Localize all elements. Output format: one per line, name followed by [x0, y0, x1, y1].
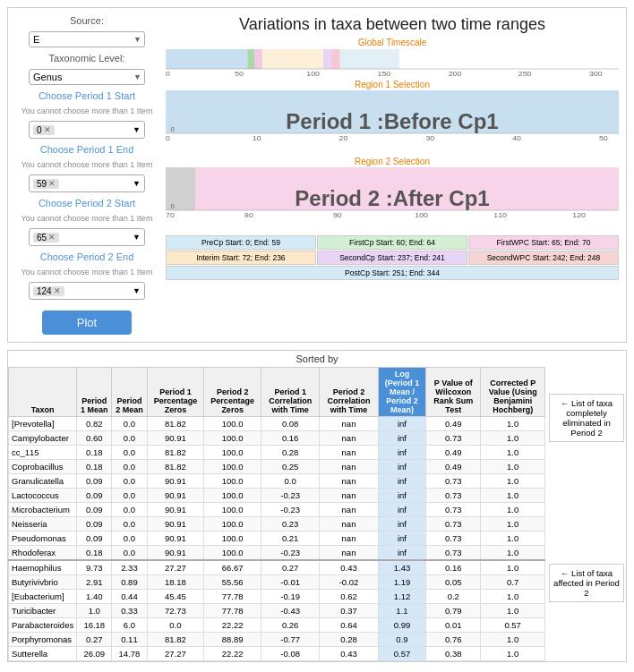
- period2-end-input[interactable]: 124 ✕ ▼: [29, 282, 145, 300]
- period2-end-label: Choose Period 2 End: [40, 251, 134, 262]
- period2-end-dropdown-arrow[interactable]: ▼: [133, 286, 141, 295]
- table-row: Rhodoferax0.180.090.91100.0-0.23naninf0.…: [9, 546, 545, 561]
- period2-end-sub: You cannot choose more than 1 Item: [21, 268, 153, 276]
- taxonomic-select[interactable]: Genus: [29, 69, 145, 85]
- period2-start-dropdown-arrow[interactable]: ▼: [133, 233, 141, 242]
- svg-text:100: 100: [306, 69, 320, 78]
- svg-text:250: 250: [518, 69, 532, 78]
- period2-end-remove[interactable]: ✕: [54, 286, 61, 295]
- svg-text:20: 20: [339, 133, 348, 142]
- region2-label: Region 2 Selection: [355, 157, 430, 166]
- svg-text:110: 110: [493, 210, 507, 219]
- svg-text:300: 300: [589, 69, 603, 78]
- table-row: Turicibacter1.00.3372.7377.78-0.430.371.…: [9, 604, 545, 618]
- table-row: Parabacteroides16.186.00.022.220.260.640…: [9, 618, 545, 633]
- svg-text:120: 120: [572, 210, 586, 219]
- period1-start-sub: You cannot choose more than 1 Item: [21, 106, 153, 115]
- period1-end-input[interactable]: 59 ✕ ▼: [29, 174, 145, 192]
- period1-end-remove[interactable]: ✕: [48, 179, 56, 188]
- legend-item-4: SecondCp Start: 237; End: 241: [317, 251, 467, 265]
- col-p1mean: Period 1 Mean: [77, 368, 112, 417]
- table-row: Coprobacillus0.180.081.82100.00.25naninf…: [9, 460, 545, 474]
- col-taxon: Taxon: [9, 368, 77, 417]
- svg-text:70: 70: [166, 210, 175, 219]
- left-controls: Source: E ▼ Taxonomic Level: Genus ▼ Cho…: [15, 15, 158, 335]
- svg-text:10: 10: [253, 133, 261, 142]
- svg-rect-2: [254, 49, 262, 69]
- right-chart: Variations in taxa between two time rang…: [166, 15, 619, 335]
- table-row: Microbacterium0.090.090.91100.0-0.23nani…: [9, 503, 545, 517]
- svg-text:0: 0: [166, 133, 170, 142]
- legend-item-1: FirstCp Start: 60; End: 64: [317, 235, 467, 250]
- table-row: cc_1150.180.081.82100.00.28naninf0.491.0: [9, 446, 545, 460]
- table-row: Campylobacter0.600.090.91100.00.16naninf…: [9, 431, 545, 446]
- period1-start-tag: 0 ✕: [33, 125, 55, 135]
- svg-rect-6: [340, 49, 399, 69]
- svg-rect-3: [262, 49, 323, 69]
- chart-title: Variations in taxa between two time rang…: [239, 15, 545, 34]
- table-row: Lactococcus0.090.090.91100.0-0.23naninf0…: [9, 489, 545, 503]
- svg-rect-1: [247, 49, 254, 69]
- period2-chart: 70 80 90 100 110 120 0 Period 2 :After C…: [166, 167, 619, 230]
- period1-end-sub: You cannot choose more than 1 Item: [21, 160, 153, 169]
- svg-text:90: 90: [333, 210, 342, 219]
- svg-text:40: 40: [512, 133, 521, 142]
- period2-start-label: Choose Period 2 Start: [39, 198, 135, 208]
- side-labels: ← List of taxa completely eliminated in …: [545, 367, 626, 661]
- svg-text:30: 30: [425, 133, 434, 142]
- period1-title: Period 1 :Before Cp1: [286, 109, 498, 134]
- table-row: Porphyromonas0.270.1181.8288.89-0.770.28…: [9, 633, 545, 647]
- svg-text:150: 150: [378, 69, 391, 78]
- source-label: Source:: [70, 15, 104, 26]
- period1-end-label: Choose Period 1 End: [40, 144, 134, 155]
- svg-rect-4: [323, 49, 331, 69]
- top-panel: Source: E ▼ Taxonomic Level: Genus ▼ Cho…: [7, 7, 627, 343]
- svg-text:0: 0: [171, 202, 175, 210]
- col-log: Log (Period 1 Mean / Period 2 Mean): [378, 368, 426, 417]
- legend-item-0: PreCp Start: 0; End: 59: [166, 235, 316, 250]
- period2-end-tag: 124 ✕: [33, 286, 64, 296]
- source-select-wrap[interactable]: E ▼: [29, 31, 145, 47]
- period2-title: Period 2 :After Cp1: [295, 186, 489, 211]
- col-pval: P Value of Wilcoxon Rank Sum Test: [426, 368, 481, 417]
- table-row: [Eubacterium]1.400.4445.4577.78-0.190.62…: [9, 590, 545, 604]
- svg-rect-0: [166, 49, 247, 69]
- legend-item-5: SecondWPC Start: 242; End: 248: [468, 251, 619, 265]
- taxonomic-label: Taxonomic Level:: [49, 53, 125, 64]
- col-p1zero: Period 1 Percentage Zeros: [147, 368, 204, 417]
- source-select[interactable]: E: [29, 31, 145, 47]
- period1-end-dropdown-arrow[interactable]: ▼: [133, 179, 141, 188]
- col-p2corr: Period 2 Correlation with Time: [320, 368, 378, 417]
- table-row: Pseudomonas0.090.090.91100.00.21naninf0.…: [9, 532, 545, 546]
- legend-area: PreCp Start: 0; End: 59 FirstCp Start: 6…: [166, 235, 619, 280]
- col-p2mean: Period 2 Mean: [112, 368, 147, 417]
- legend-item-6: PostCp Start: 251; End: 344: [166, 266, 619, 280]
- side-label-affected: ← List of taxa affected in Period 2: [549, 564, 624, 602]
- bottom-panel: Sorted by Taxon Period 1 Mean Period 2 M…: [7, 350, 627, 662]
- svg-text:200: 200: [449, 69, 462, 78]
- data-table: Taxon Period 1 Mean Period 2 Mean Period…: [8, 367, 545, 661]
- period1-start-input[interactable]: 0 ✕ ▼: [29, 121, 145, 139]
- period1-end-tag: 59 ✕: [33, 179, 59, 189]
- svg-text:80: 80: [244, 210, 253, 219]
- svg-text:0: 0: [166, 69, 170, 78]
- side-label-eliminated: ← List of taxa completely eliminated in …: [549, 394, 624, 442]
- table-row: Sutterella26.0914.7827.2722.22-0.080.430…: [9, 647, 545, 661]
- plot-button[interactable]: Plot: [42, 310, 132, 335]
- table-row: Haemophilus9.732.3327.2766.670.270.431.4…: [9, 560, 545, 575]
- period2-start-remove[interactable]: ✕: [48, 233, 56, 242]
- col-corrpval: Corrected P Value (Using Benjamini Hochb…: [481, 368, 545, 417]
- svg-text:0: 0: [171, 125, 175, 133]
- svg-rect-5: [331, 49, 340, 69]
- sorted-by-label: Sorted by: [8, 351, 626, 367]
- global-timescale-label: Global Timescale: [358, 38, 427, 47]
- svg-text:50: 50: [235, 69, 244, 78]
- period1-start-dropdown-arrow[interactable]: ▼: [133, 125, 141, 134]
- taxonomic-select-wrap[interactable]: Genus ▼: [29, 69, 145, 85]
- period2-start-input[interactable]: 65 ✕ ▼: [29, 228, 145, 246]
- period1-start-remove[interactable]: ✕: [44, 125, 51, 134]
- col-p2zero: Period 2 Percentage Zeros: [204, 368, 261, 417]
- svg-text:50: 50: [599, 133, 608, 142]
- legend-item-2: FirstWPC Start: 65; End: 70: [468, 235, 619, 250]
- table-row: Neisseria0.090.090.91100.00.23naninf0.73…: [9, 517, 545, 532]
